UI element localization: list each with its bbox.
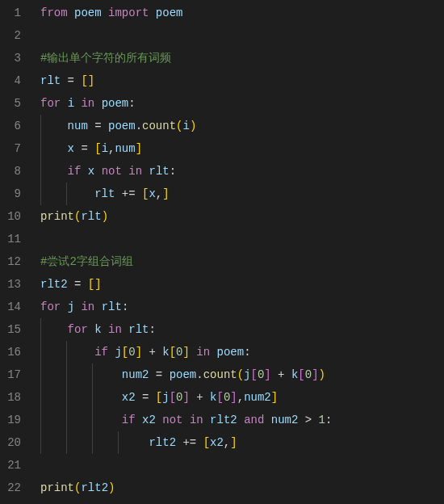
op-eq: =: [74, 142, 94, 155]
indent: [40, 323, 68, 336]
bracket-open: [: [81, 74, 87, 87]
space: [122, 165, 128, 178]
code-line[interactable]: print(rlt2): [32, 477, 444, 499]
var-j: j: [244, 368, 250, 381]
code-line[interactable]: #输出单个字符的所有词频: [32, 47, 444, 69]
op-eq: =: [68, 278, 88, 291]
indent: [40, 414, 122, 426]
name-poem: poem: [156, 6, 183, 19]
var-rlt2: rlt2: [40, 278, 68, 291]
space: [210, 346, 216, 359]
op-eq: =: [149, 368, 169, 381]
space: [81, 165, 87, 178]
code-line[interactable]: num = poem.count(i): [32, 115, 444, 137]
space: [136, 414, 142, 426]
line-number: 15: [0, 318, 21, 341]
keyword-for: for: [40, 97, 61, 110]
line-number: 14: [0, 296, 21, 318]
space: [94, 165, 101, 178]
code-line[interactable]: #尝试2字组合词组: [32, 250, 444, 273]
indent: [40, 346, 94, 359]
bracket-open: [: [298, 368, 304, 381]
paren-close: ): [319, 368, 325, 381]
code-line[interactable]: [32, 228, 444, 250]
code-line[interactable]: [32, 454, 444, 477]
line-number: 1: [0, 2, 21, 24]
keyword-in: in: [190, 414, 203, 426]
var-x: x: [68, 142, 74, 155]
var-x2: x2: [142, 414, 156, 426]
bracket-close: ]: [94, 278, 101, 291]
indent: [40, 436, 149, 449]
indent: [40, 142, 68, 155]
code-line[interactable]: rlt += [x,]: [32, 183, 444, 205]
bracket-open: [: [156, 391, 162, 404]
comma: ,: [237, 391, 244, 404]
line-number: 3: [0, 47, 21, 69]
bracket-close: ]: [230, 436, 237, 449]
indent: [40, 391, 122, 404]
var-j: j: [115, 346, 121, 359]
var-x: x: [149, 187, 155, 200]
var-rlt: rlt: [40, 74, 61, 87]
op-eq: =: [88, 120, 108, 132]
space: [122, 323, 128, 336]
bracket-open: [: [122, 346, 128, 359]
code-line[interactable]: for i in poem:: [32, 92, 444, 115]
var-k: k: [210, 391, 216, 404]
var-rlt2: rlt2: [149, 436, 176, 449]
keyword-in: in: [128, 165, 142, 178]
code-line[interactable]: if x not in rlt:: [32, 160, 444, 183]
line-number: 20: [0, 431, 21, 454]
line-number: 4: [0, 69, 21, 92]
bracket-open: [: [88, 278, 94, 291]
var-k: k: [162, 346, 169, 359]
bracket-close: ]: [162, 187, 169, 200]
keyword-in: in: [81, 300, 94, 313]
space: [264, 414, 270, 426]
code-line[interactable]: x2 = [j[0] + k[0],num2]: [32, 386, 444, 409]
keyword-in: in: [81, 97, 94, 110]
code-line[interactable]: if j[0] + k[0] in poem:: [32, 341, 444, 363]
op-plus: +: [271, 368, 291, 381]
num-zero: 0: [305, 368, 312, 381]
comment: #输出单个字符的所有词频: [40, 52, 171, 65]
var-poem: poem: [108, 120, 136, 132]
op-pluseq: +=: [115, 187, 142, 200]
code-area[interactable]: from poem import poem #输出单个字符的所有词频 rlt =…: [32, 2, 444, 504]
keyword-if: if: [94, 346, 108, 359]
op-plus: +: [190, 391, 210, 404]
code-line[interactable]: num2 = poem.count(j[0] + k[0]): [32, 363, 444, 386]
paren-close: ): [108, 481, 115, 494]
code-line[interactable]: rlt2 = []: [32, 273, 444, 296]
bracket-open: [: [251, 368, 258, 381]
code-line[interactable]: print(rlt): [32, 205, 444, 228]
code-line[interactable]: rlt = []: [32, 69, 444, 92]
keyword-not: not: [162, 414, 182, 426]
code-line[interactable]: for k in rlt:: [32, 318, 444, 341]
space: [88, 323, 94, 336]
code-line[interactable]: rlt2 += [x2,]: [32, 431, 444, 454]
var-rlt: rlt: [81, 210, 101, 223]
code-line[interactable]: if x2 not in rlt2 and num2 > 1:: [32, 409, 444, 431]
bracket-close: ]: [88, 74, 94, 87]
fn-print: print: [40, 210, 74, 223]
line-number: 22: [0, 477, 21, 499]
space: [61, 97, 67, 110]
line-number: 16: [0, 341, 21, 363]
var-j: j: [162, 391, 169, 404]
var-poem: poem: [170, 368, 197, 381]
space: [94, 97, 101, 110]
var-num2: num2: [122, 368, 149, 381]
space: [102, 323, 108, 336]
space: [203, 414, 210, 426]
code-line[interactable]: [32, 24, 444, 47]
num-one: 1: [319, 414, 325, 426]
code-line[interactable]: from poem import poem: [32, 2, 444, 24]
fn-count: count: [203, 368, 237, 381]
code-line[interactable]: x = [i,num]: [32, 137, 444, 160]
op-plus: +: [142, 346, 162, 359]
code-line[interactable]: for j in rlt:: [32, 296, 444, 318]
var-num2: num2: [244, 391, 271, 404]
line-number: 10: [0, 205, 21, 228]
